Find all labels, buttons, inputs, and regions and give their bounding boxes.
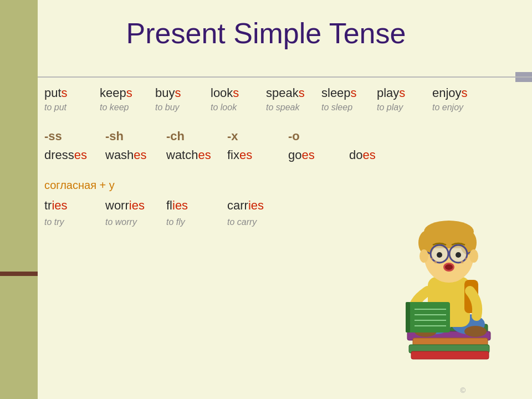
inf-to-enjoy: to enjoy xyxy=(432,103,488,112)
inf-to-carry: to carry xyxy=(227,217,288,227)
svg-rect-12 xyxy=(406,302,410,332)
svg-point-37 xyxy=(465,258,467,260)
left-sidebar xyxy=(0,0,38,399)
inf-to-speak: to speak xyxy=(266,103,321,112)
svg-point-35 xyxy=(461,261,464,264)
verb-forms-row: puts keeps buys looks speaks sleeps play… xyxy=(44,86,521,100)
inf-to-play: to play xyxy=(377,103,432,112)
left-sidebar-stripe xyxy=(0,272,38,276)
svg-rect-11 xyxy=(406,302,450,332)
verb-buys: buys xyxy=(155,86,211,100)
svg-point-31 xyxy=(456,252,461,258)
inf-to-sleep: to sleep xyxy=(321,103,377,112)
suffix-section: -ss -sh -ch -x -o dresses washes watches… xyxy=(44,129,521,162)
inf-to-worry: to worry xyxy=(105,217,166,227)
verb-worries: worries xyxy=(105,198,166,213)
svg-point-38 xyxy=(420,249,428,263)
suffix-ch: -ch xyxy=(166,129,227,144)
suffix-ss: -ss xyxy=(44,129,105,144)
suffix-row: -ss -sh -ch -x -o xyxy=(44,129,521,144)
inf-to-look: to look xyxy=(211,103,266,112)
verb-keeps: keeps xyxy=(100,86,155,100)
verb-speaks: speaks xyxy=(266,86,321,100)
inf-to-try: to try xyxy=(44,217,105,227)
verb-washes: washes xyxy=(105,148,166,162)
svg-rect-22 xyxy=(426,232,472,248)
svg-point-30 xyxy=(437,252,442,258)
svg-point-34 xyxy=(434,261,437,264)
verb-goes: goes xyxy=(288,148,349,162)
inf-to-keep: to keep xyxy=(100,103,155,112)
character-illustration xyxy=(382,161,515,360)
suffix-x: -x xyxy=(227,129,288,144)
verb-dresses: dresses xyxy=(44,148,105,162)
suffix-sh: -sh xyxy=(105,129,166,144)
verb-looks: looks xyxy=(211,86,266,100)
verb-carries: carries xyxy=(227,198,288,213)
verb-flies: flies xyxy=(166,198,227,213)
verb-fixes: fixes xyxy=(227,148,288,162)
page-title: Present Simple Tense xyxy=(0,17,532,50)
svg-point-8 xyxy=(464,326,487,337)
svg-point-36 xyxy=(431,258,433,260)
svg-rect-4 xyxy=(411,351,489,359)
divider xyxy=(38,76,532,78)
inf-to-buy: to buy xyxy=(155,103,211,112)
suffix-o: -o xyxy=(288,129,349,144)
watermark: © xyxy=(460,386,466,395)
verb-sleeps: sleeps xyxy=(321,86,377,100)
verb-watches: watches xyxy=(166,148,227,162)
verb-plays: plays xyxy=(377,86,432,100)
inf-to-put: to put xyxy=(44,103,100,112)
verb-puts: puts xyxy=(44,86,100,100)
verb-tries: tries xyxy=(44,198,105,213)
infinitives-row: to put to keep to buy to look to speak t… xyxy=(44,103,521,112)
svg-point-39 xyxy=(469,249,478,263)
inf-to-fly: to fly xyxy=(166,217,227,227)
verb-enjoys: enjoys xyxy=(432,86,488,100)
svg-point-33 xyxy=(445,264,453,270)
